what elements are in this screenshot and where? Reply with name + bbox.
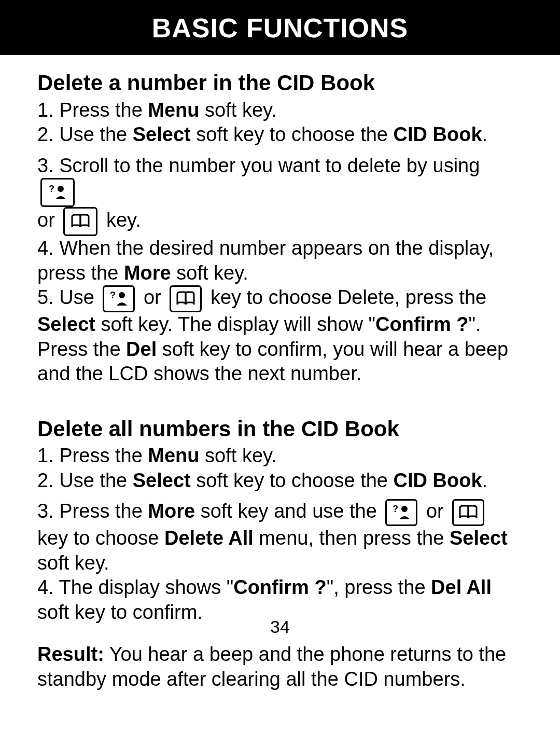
text: 4. The display shows " <box>37 576 233 598</box>
text: key to choose Delete, press the <box>211 286 486 308</box>
text: 4. When the desired number appears on th… <box>37 237 494 284</box>
s1-step2: 2. Use the Select soft key to choose the… <box>37 122 523 147</box>
page-header: BASIC FUNCTIONS <box>0 0 560 55</box>
text: soft key. <box>200 99 277 121</box>
text: 5. Use <box>37 286 100 308</box>
s1-step1: 1. Press the Menu soft key. <box>37 98 523 123</box>
section2-title: Delete all numbers in the CID Book <box>37 416 523 443</box>
bold: Result: <box>37 643 104 665</box>
bold: Delete All <box>164 527 254 549</box>
bold: More <box>148 500 195 522</box>
bold: Select <box>133 469 191 491</box>
bold: CID Book <box>394 469 482 491</box>
svg-point-3 <box>119 292 125 298</box>
svg-text:?: ? <box>393 504 398 514</box>
bold: Menu <box>148 99 199 121</box>
phonebook-icon <box>63 207 97 236</box>
bold: Select <box>450 527 508 549</box>
text: 3. Press the <box>37 500 148 522</box>
text: . <box>482 123 488 145</box>
section1-title: Delete a number in the CID Book <box>37 70 523 97</box>
caller-id-icon: ? <box>40 178 75 207</box>
caller-id-icon: ? <box>385 499 417 526</box>
text: key. <box>106 209 141 231</box>
text: key to choose <box>37 527 164 549</box>
bold: CID Book <box>394 123 482 145</box>
text: 2. Use the <box>37 469 133 491</box>
text: 1. Press the <box>37 445 148 466</box>
page-content: Delete a number in the CID Book 1. Press… <box>0 55 560 692</box>
phonebook-icon <box>170 285 202 312</box>
caller-id-icon: ? <box>103 285 135 312</box>
bold: Select <box>37 313 95 335</box>
bold: Del <box>126 338 157 360</box>
s2-step2: 2. Use the Select soft key to choose the… <box>37 468 523 493</box>
svg-point-1 <box>58 186 64 192</box>
text: or <box>426 500 449 522</box>
text: soft key. <box>171 262 248 284</box>
text: . <box>482 469 488 491</box>
text: soft key. <box>200 445 277 466</box>
text: soft key. The display will show " <box>95 313 375 335</box>
page-number: 34 <box>0 617 560 637</box>
s1-step5: 5. Use ? or key to choose Delete, press … <box>37 285 523 386</box>
bold: Del All <box>431 576 492 598</box>
s2-step1: 1. Press the Menu soft key. <box>37 444 523 468</box>
s2-result: Result: You hear a beep and the phone re… <box>37 642 523 692</box>
svg-text:?: ? <box>110 290 116 300</box>
text: ", press the <box>327 576 431 598</box>
bold: Confirm ? <box>375 313 468 335</box>
text: 2. Use the <box>37 123 133 145</box>
text: or <box>37 209 60 231</box>
bold: Confirm ? <box>233 576 326 598</box>
svg-text:?: ? <box>49 184 54 194</box>
bold: More <box>124 262 171 284</box>
text: soft key to choose the <box>191 123 394 145</box>
s1-step3: 3. Scroll to the number you want to dele… <box>37 154 523 237</box>
text: soft key and use the <box>195 500 382 522</box>
text: You hear a beep and the phone returns to… <box>37 643 506 690</box>
s2-step3: 3. Press the More soft key and use the ?… <box>37 499 523 575</box>
text: 1. Press the <box>37 99 148 121</box>
s1-step4: 4. When the desired number appears on th… <box>37 236 523 285</box>
text: menu, then press the <box>254 527 450 549</box>
phonebook-icon <box>452 499 484 526</box>
text: or <box>144 286 166 308</box>
header-title: BASIC FUNCTIONS <box>152 13 409 43</box>
text: soft key. <box>37 552 109 574</box>
svg-point-5 <box>401 506 408 512</box>
text: soft key to choose the <box>191 469 394 491</box>
text: 3. Scroll to the number you want to dele… <box>37 155 480 176</box>
bold: Select <box>133 123 191 145</box>
bold: Menu <box>148 445 199 466</box>
